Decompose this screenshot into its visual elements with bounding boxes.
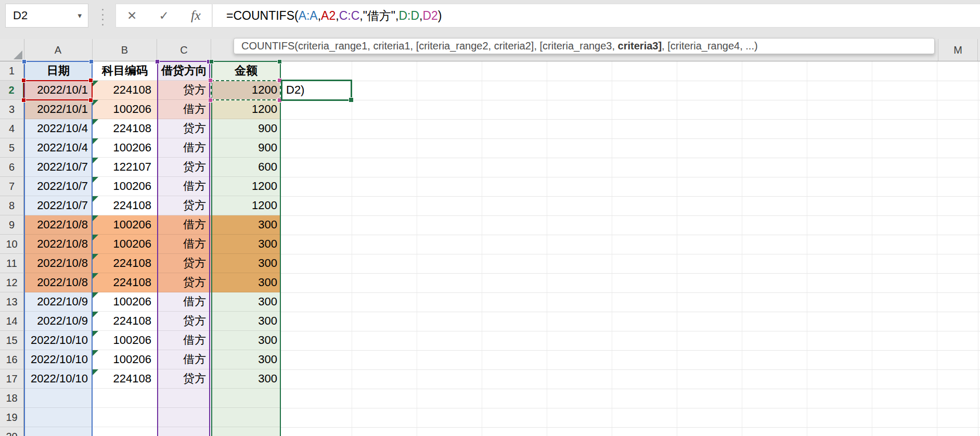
cell-a4[interactable]: 2022/10/4 [24, 119, 93, 138]
cell-c18[interactable] [157, 389, 211, 408]
row-header-15[interactable]: 15 [0, 331, 24, 350]
cell-a16[interactable]: 2022/10/10 [24, 350, 93, 369]
cell-b18[interactable] [93, 389, 157, 408]
cell-b17[interactable]: 224108 [93, 369, 157, 389]
cell-c10[interactable]: 借方 [157, 235, 211, 254]
cell-b16[interactable]: 100206 [93, 350, 157, 369]
header-cell-d1[interactable]: 金额 [211, 61, 281, 81]
cell-d4[interactable]: 900 [211, 119, 281, 138]
row-header-9[interactable]: 9 [0, 215, 24, 235]
cell-c16[interactable]: 借方 [157, 350, 211, 369]
cell-d11[interactable]: 300 [211, 254, 281, 273]
cell-b14[interactable]: 224108 [93, 312, 157, 331]
select-all-corner[interactable] [0, 39, 24, 61]
row-header-1[interactable]: 1 [0, 61, 24, 81]
cell-b20[interactable] [93, 427, 157, 436]
active-edit-cell[interactable]: D2) [281, 80, 352, 101]
header-cell-a1[interactable]: 日期 [24, 61, 93, 81]
cell-d5[interactable]: 900 [211, 138, 281, 158]
cell-a7[interactable]: 2022/10/7 [24, 177, 93, 196]
cell-d18[interactable] [211, 389, 281, 408]
row-header-7[interactable]: 7 [0, 177, 24, 196]
cell-b13[interactable]: 100206 [93, 292, 157, 312]
cell-b3[interactable]: 100206 [93, 100, 157, 119]
cell-b10[interactable]: 100206 [93, 235, 157, 254]
cell-a20[interactable] [24, 427, 93, 436]
row-header-17[interactable]: 17 [0, 369, 24, 389]
cell-d9[interactable]: 300 [211, 215, 281, 235]
cell-d15[interactable]: 300 [211, 331, 281, 350]
cell-c2[interactable]: 贷方 [157, 81, 211, 100]
enter-icon[interactable]: ✓ [159, 9, 169, 23]
cell-a17[interactable]: 2022/10/10 [24, 369, 93, 389]
row-header-16[interactable]: 16 [0, 350, 24, 369]
header-cell-b1[interactable]: 科目编码 [93, 61, 157, 81]
cell-a13[interactable]: 2022/10/9 [24, 292, 93, 312]
cell-a3[interactable]: 2022/10/1 [24, 100, 93, 119]
cell-d3[interactable]: 1200 [211, 100, 281, 119]
name-box-dropdown-icon[interactable]: ▾ [78, 11, 88, 20]
row-header-19[interactable]: 19 [0, 408, 24, 427]
cell-b2[interactable]: 224108 [93, 81, 157, 100]
header-cell-c1[interactable]: 借贷方向 [157, 61, 211, 81]
name-box[interactable]: D2 ▾ [5, 4, 88, 28]
cell-d13[interactable]: 300 [211, 292, 281, 312]
cell-c8[interactable]: 贷方 [157, 196, 211, 215]
cell-b12[interactable]: 224108 [93, 273, 157, 292]
cell-a6[interactable]: 2022/10/7 [24, 158, 93, 177]
row-header-13[interactable]: 13 [0, 292, 24, 312]
cell-b11[interactable]: 224108 [93, 254, 157, 273]
cell-c5[interactable]: 借方 [157, 138, 211, 158]
column-header-a[interactable]: A [24, 39, 93, 61]
cell-d17[interactable]: 300 [211, 369, 281, 389]
cell-d14[interactable]: 300 [211, 312, 281, 331]
formula-input[interactable]: =COUNTIFS(A:A,A2,C:C,"借方",D:D,D2) [213, 4, 980, 28]
cell-d12[interactable]: 300 [211, 273, 281, 292]
cell-a14[interactable]: 2022/10/9 [24, 312, 93, 331]
cell-c17[interactable]: 贷方 [157, 369, 211, 389]
cell-a19[interactable] [24, 408, 93, 427]
worksheet-grid[interactable]: 1日期科目编码借贷方向金额22022/10/1224108贷方120032022… [0, 61, 980, 436]
cell-a15[interactable]: 2022/10/10 [24, 331, 93, 350]
cell-c6[interactable]: 贷方 [157, 158, 211, 177]
cell-c9[interactable]: 借方 [157, 215, 211, 235]
cell-b7[interactable]: 100206 [93, 177, 157, 196]
column-header-m[interactable]: M [938, 39, 978, 61]
row-header-8[interactable]: 8 [0, 196, 24, 215]
cell-d20[interactable] [211, 427, 281, 436]
row-header-10[interactable]: 10 [0, 235, 24, 254]
cell-d16[interactable]: 300 [211, 350, 281, 369]
row-header-3[interactable]: 3 [0, 100, 24, 119]
row-header-20[interactable]: 20 [0, 427, 24, 436]
cell-d8[interactable]: 1200 [211, 196, 281, 215]
row-header-12[interactable]: 12 [0, 273, 24, 292]
cell-a11[interactable]: 2022/10/8 [24, 254, 93, 273]
cell-b4[interactable]: 224108 [93, 119, 157, 138]
cell-d7[interactable]: 1200 [211, 177, 281, 196]
cancel-icon[interactable]: ✕ [127, 9, 137, 23]
cell-a12[interactable]: 2022/10/8 [24, 273, 93, 292]
row-header-11[interactable]: 11 [0, 254, 24, 273]
cell-a8[interactable]: 2022/10/7 [24, 196, 93, 215]
cell-d19[interactable] [211, 408, 281, 427]
row-header-14[interactable]: 14 [0, 312, 24, 331]
cell-c11[interactable]: 贷方 [157, 254, 211, 273]
cell-a9[interactable]: 2022/10/8 [24, 215, 93, 235]
cell-c15[interactable]: 借方 [157, 331, 211, 350]
cell-b8[interactable]: 224108 [93, 196, 157, 215]
cell-c7[interactable]: 借方 [157, 177, 211, 196]
cell-c14[interactable]: 贷方 [157, 312, 211, 331]
cell-c20[interactable] [157, 427, 211, 436]
cell-a18[interactable] [24, 389, 93, 408]
row-header-2[interactable]: 2 [0, 81, 24, 100]
cell-c19[interactable] [157, 408, 211, 427]
cell-b5[interactable]: 100206 [93, 138, 157, 158]
row-header-5[interactable]: 5 [0, 138, 24, 158]
row-header-4[interactable]: 4 [0, 119, 24, 138]
cell-d10[interactable]: 300 [211, 235, 281, 254]
cell-b19[interactable] [93, 408, 157, 427]
cell-d6[interactable]: 600 [211, 158, 281, 177]
cell-b9[interactable]: 100206 [93, 215, 157, 235]
insert-function-icon[interactable]: fx [191, 8, 201, 23]
row-header-18[interactable]: 18 [0, 389, 24, 408]
